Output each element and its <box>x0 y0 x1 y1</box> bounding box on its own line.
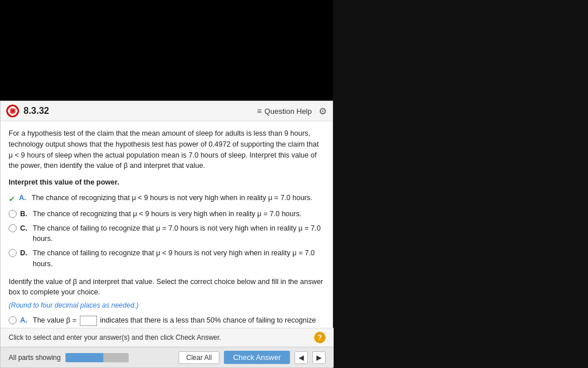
option-text-b: The chance of recognizing that μ < 9 hou… <box>33 209 301 220</box>
gear-button[interactable]: ⚙ <box>319 106 327 117</box>
option-letter-d: D. <box>20 248 29 259</box>
power-section-label: Interpret this value of the power. <box>9 177 324 188</box>
question-help-label: Question Help <box>265 107 312 116</box>
option-text-d: The chance of failing to recognize that … <box>33 248 324 270</box>
radio-c <box>9 224 17 232</box>
option-letter-c: C. <box>20 223 29 234</box>
menu-lines-icon: ≡ <box>257 106 261 116</box>
app-icon: ✕ <box>6 105 19 117</box>
radio-d <box>9 249 17 257</box>
intro-text: For a hypothesis test of the claim that … <box>9 128 324 171</box>
footer-info-text: Click to select and enter your answer(s)… <box>9 334 221 342</box>
power-option-c[interactable]: C. The chance of failing to recognize th… <box>9 223 324 245</box>
footer-info: Click to select and enter your answer(s)… <box>1 328 334 347</box>
footer-bar: Click to select and enter your answer(s)… <box>1 328 334 367</box>
help-icon[interactable]: ? <box>314 332 326 343</box>
parts-label: All parts showing <box>9 354 61 362</box>
main-panel: ✕ 8.3.32 ≡ Question Help ⚙ For a hypothe… <box>0 101 333 368</box>
header-left: ✕ 8.3.32 <box>6 105 49 117</box>
right-panel <box>333 0 588 368</box>
header-right: ≡ Question Help ⚙ <box>257 106 327 117</box>
checkmark-icon-a: ✔ <box>9 193 16 205</box>
power-option-a[interactable]: ✔ A. The chance of recognizing that μ < … <box>9 193 324 205</box>
check-answer-button[interactable]: Check Answer <box>224 351 290 364</box>
option-letter-a: A. <box>19 193 28 204</box>
next-button[interactable]: ▶ <box>312 351 326 364</box>
option-text-a: The chance of recognizing that μ < 9 hou… <box>32 193 312 204</box>
problem-number: 8.3.32 <box>24 106 49 116</box>
option-letter-b: B. <box>20 209 29 220</box>
beta-input-a[interactable] <box>80 316 97 326</box>
footer-actions: All parts showing Clear All Check Answer… <box>1 347 334 367</box>
header-bar: ✕ 8.3.32 ≡ Question Help ⚙ <box>1 101 332 121</box>
round-note: (Round to four decimal places as needed.… <box>9 300 324 310</box>
progress-bar-fill <box>65 353 103 362</box>
beta-letter-a: A. <box>20 315 29 326</box>
option-text-c: The chance of failing to recognize that … <box>33 223 324 245</box>
beta-radio-a <box>9 316 17 324</box>
power-option-d[interactable]: D. The chance of failing to recognize th… <box>9 248 324 270</box>
progress-bar <box>65 353 129 362</box>
power-option-b[interactable]: B. The chance of recognizing that μ < 9 … <box>9 209 324 220</box>
clear-all-button[interactable]: Clear All <box>179 351 219 364</box>
identify-text: Identify the value of β and interpret th… <box>9 277 324 298</box>
radio-b <box>9 210 17 218</box>
beta-text-before-a: The value β = <box>33 316 76 324</box>
prev-button[interactable]: ◀ <box>295 351 308 364</box>
question-help-button[interactable]: ≡ Question Help <box>257 106 312 116</box>
power-options-list: ✔ A. The chance of recognizing that μ < … <box>9 193 324 270</box>
